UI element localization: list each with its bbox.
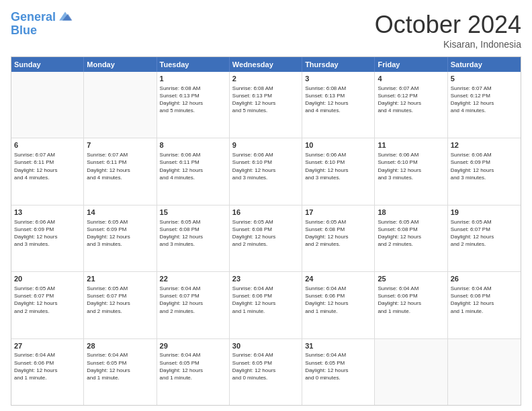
day-cell-30: 30Sunrise: 6:04 AM Sunset: 6:05 PM Dayli…	[230, 339, 302, 405]
day-header-monday: Monday	[84, 57, 157, 72]
day-cell-6: 6Sunrise: 6:07 AM Sunset: 6:11 PM Daylig…	[11, 138, 84, 204]
day-cell-9: 9Sunrise: 6:06 AM Sunset: 6:10 PM Daylig…	[230, 138, 302, 204]
day-number: 8	[160, 140, 226, 150]
day-cell-16: 16Sunrise: 6:05 AM Sunset: 6:08 PM Dayli…	[230, 205, 302, 271]
empty-cell	[375, 339, 447, 405]
day-cell-21: 21Sunrise: 6:05 AM Sunset: 6:07 PM Dayli…	[84, 272, 157, 338]
day-cell-27: 27Sunrise: 6:04 AM Sunset: 6:06 PM Dayli…	[11, 339, 84, 405]
logo-icon	[57, 8, 73, 24]
day-header-wednesday: Wednesday	[230, 57, 302, 72]
day-header-sunday: Sunday	[11, 57, 84, 72]
day-info: Sunrise: 6:05 AM Sunset: 6:07 PM Dayligh…	[451, 218, 518, 248]
day-cell-1: 1Sunrise: 6:08 AM Sunset: 6:13 PM Daylig…	[157, 72, 230, 138]
day-number: 4	[378, 74, 444, 84]
day-cell-8: 8Sunrise: 6:06 AM Sunset: 6:11 PM Daylig…	[157, 138, 230, 204]
calendar-header: SundayMondayTuesdayWednesdayThursdayFrid…	[11, 57, 521, 72]
day-cell-11: 11Sunrise: 6:06 AM Sunset: 6:10 PM Dayli…	[375, 138, 447, 204]
day-info: Sunrise: 6:05 AM Sunset: 6:07 PM Dayligh…	[87, 285, 153, 315]
day-info: Sunrise: 6:08 AM Sunset: 6:13 PM Dayligh…	[160, 85, 226, 115]
day-info: Sunrise: 6:08 AM Sunset: 6:13 PM Dayligh…	[232, 85, 299, 115]
day-header-friday: Friday	[375, 57, 447, 72]
calendar: SundayMondayTuesdayWednesdayThursdayFrid…	[11, 56, 521, 406]
day-cell-20: 20Sunrise: 6:05 AM Sunset: 6:07 PM Dayli…	[11, 272, 84, 338]
day-info: Sunrise: 6:04 AM Sunset: 6:07 PM Dayligh…	[160, 285, 226, 315]
header: General Blue October 2024 Kisaran, Indon…	[11, 11, 521, 50]
day-info: Sunrise: 6:05 AM Sunset: 6:09 PM Dayligh…	[87, 218, 153, 248]
day-info: Sunrise: 6:04 AM Sunset: 6:05 PM Dayligh…	[305, 351, 371, 381]
day-info: Sunrise: 6:04 AM Sunset: 6:05 PM Dayligh…	[232, 351, 299, 381]
day-info: Sunrise: 6:07 AM Sunset: 6:11 PM Dayligh…	[14, 151, 81, 181]
calendar-body: 1Sunrise: 6:08 AM Sunset: 6:13 PM Daylig…	[11, 72, 521, 405]
day-cell-28: 28Sunrise: 6:04 AM Sunset: 6:05 PM Dayli…	[84, 339, 157, 405]
day-number: 29	[160, 341, 226, 351]
day-number: 22	[160, 274, 226, 284]
day-info: Sunrise: 6:06 AM Sunset: 6:10 PM Dayligh…	[232, 151, 299, 181]
day-number: 30	[232, 341, 299, 351]
day-info: Sunrise: 6:05 AM Sunset: 6:08 PM Dayligh…	[305, 218, 371, 248]
day-info: Sunrise: 6:08 AM Sunset: 6:13 PM Dayligh…	[305, 85, 371, 115]
location-subtitle: Kisaran, Indonesia	[375, 39, 521, 50]
logo-text: General	[11, 11, 56, 24]
day-number: 3	[305, 74, 371, 84]
day-number: 21	[87, 274, 153, 284]
day-cell-31: 31Sunrise: 6:04 AM Sunset: 6:05 PM Dayli…	[302, 339, 375, 405]
day-info: Sunrise: 6:04 AM Sunset: 6:06 PM Dayligh…	[305, 285, 371, 315]
day-info: Sunrise: 6:04 AM Sunset: 6:06 PM Dayligh…	[14, 351, 81, 381]
day-info: Sunrise: 6:06 AM Sunset: 6:10 PM Dayligh…	[305, 151, 371, 181]
week-row-1: 6Sunrise: 6:07 AM Sunset: 6:11 PM Daylig…	[11, 138, 521, 205]
day-number: 15	[160, 208, 226, 218]
logo-line1: General	[11, 10, 56, 24]
day-info: Sunrise: 6:04 AM Sunset: 6:06 PM Dayligh…	[232, 285, 299, 315]
day-info: Sunrise: 6:05 AM Sunset: 6:07 PM Dayligh…	[14, 285, 81, 315]
day-number: 20	[14, 274, 81, 284]
day-info: Sunrise: 6:07 AM Sunset: 6:12 PM Dayligh…	[378, 85, 444, 115]
day-cell-17: 17Sunrise: 6:05 AM Sunset: 6:08 PM Dayli…	[302, 205, 375, 271]
day-number: 11	[378, 140, 444, 150]
day-cell-13: 13Sunrise: 6:06 AM Sunset: 6:09 PM Dayli…	[11, 205, 84, 271]
day-cell-5: 5Sunrise: 6:07 AM Sunset: 6:12 PM Daylig…	[448, 72, 521, 138]
day-cell-24: 24Sunrise: 6:04 AM Sunset: 6:06 PM Dayli…	[302, 272, 375, 338]
week-row-0: 1Sunrise: 6:08 AM Sunset: 6:13 PM Daylig…	[11, 72, 521, 138]
logo-line2: Blue	[11, 24, 37, 37]
day-cell-29: 29Sunrise: 6:04 AM Sunset: 6:05 PM Dayli…	[157, 339, 230, 405]
day-number: 31	[305, 341, 371, 351]
day-info: Sunrise: 6:06 AM Sunset: 6:09 PM Dayligh…	[14, 218, 81, 248]
day-number: 10	[305, 140, 371, 150]
empty-cell	[11, 72, 84, 138]
day-header-tuesday: Tuesday	[157, 57, 230, 72]
day-info: Sunrise: 6:05 AM Sunset: 6:08 PM Dayligh…	[378, 218, 444, 248]
page: General Blue October 2024 Kisaran, Indon…	[0, 0, 532, 411]
day-header-saturday: Saturday	[448, 57, 521, 72]
day-cell-12: 12Sunrise: 6:06 AM Sunset: 6:09 PM Dayli…	[448, 138, 521, 204]
day-number: 7	[87, 140, 153, 150]
day-info: Sunrise: 6:04 AM Sunset: 6:05 PM Dayligh…	[160, 351, 226, 381]
day-number: 9	[232, 140, 299, 150]
day-info: Sunrise: 6:05 AM Sunset: 6:08 PM Dayligh…	[160, 218, 226, 248]
day-number: 5	[451, 74, 518, 84]
empty-cell	[84, 72, 157, 138]
day-cell-4: 4Sunrise: 6:07 AM Sunset: 6:12 PM Daylig…	[375, 72, 447, 138]
day-header-thursday: Thursday	[302, 57, 375, 72]
day-number: 27	[14, 341, 81, 351]
week-row-4: 27Sunrise: 6:04 AM Sunset: 6:06 PM Dayli…	[11, 339, 521, 405]
day-number: 24	[305, 274, 371, 284]
day-number: 18	[378, 208, 444, 218]
day-cell-10: 10Sunrise: 6:06 AM Sunset: 6:10 PM Dayli…	[302, 138, 375, 204]
day-number: 1	[160, 74, 226, 84]
day-cell-23: 23Sunrise: 6:04 AM Sunset: 6:06 PM Dayli…	[230, 272, 302, 338]
day-cell-19: 19Sunrise: 6:05 AM Sunset: 6:07 PM Dayli…	[448, 205, 521, 271]
month-title: October 2024	[375, 11, 521, 39]
day-info: Sunrise: 6:06 AM Sunset: 6:10 PM Dayligh…	[378, 151, 444, 181]
day-info: Sunrise: 6:06 AM Sunset: 6:09 PM Dayligh…	[451, 151, 518, 181]
day-number: 16	[232, 208, 299, 218]
day-number: 12	[451, 140, 518, 150]
day-cell-26: 26Sunrise: 6:04 AM Sunset: 6:06 PM Dayli…	[448, 272, 521, 338]
day-cell-18: 18Sunrise: 6:05 AM Sunset: 6:08 PM Dayli…	[375, 205, 447, 271]
day-number: 14	[87, 208, 153, 218]
title-block: October 2024 Kisaran, Indonesia	[375, 11, 521, 50]
day-cell-15: 15Sunrise: 6:05 AM Sunset: 6:08 PM Dayli…	[157, 205, 230, 271]
day-info: Sunrise: 6:04 AM Sunset: 6:06 PM Dayligh…	[451, 285, 518, 315]
day-cell-3: 3Sunrise: 6:08 AM Sunset: 6:13 PM Daylig…	[302, 72, 375, 138]
day-cell-22: 22Sunrise: 6:04 AM Sunset: 6:07 PM Dayli…	[157, 272, 230, 338]
week-row-2: 13Sunrise: 6:06 AM Sunset: 6:09 PM Dayli…	[11, 205, 521, 272]
